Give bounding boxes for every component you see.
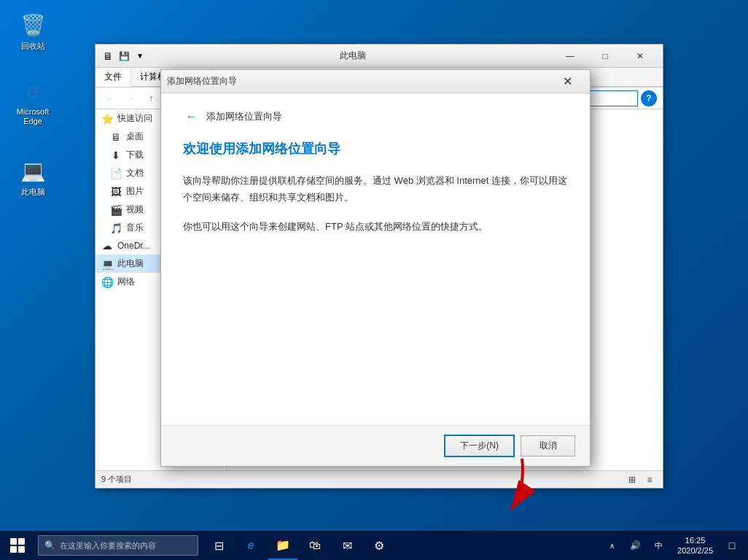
- taskbar-edge[interactable]: e: [236, 531, 265, 560]
- taskbar-task-view[interactable]: ⊟: [204, 531, 233, 560]
- onedrive-icon: ☁: [101, 240, 113, 252]
- dialog-title: 添加网络位置向导: [167, 75, 550, 88]
- notification-button[interactable]: □: [722, 531, 742, 560]
- edge-icon: e: [18, 76, 47, 105]
- network-icon: 🌐: [101, 276, 113, 288]
- next-button[interactable]: 下一步(N): [444, 435, 515, 457]
- desktop-icon-edge[interactable]: e MicrosoftEdge: [7, 73, 58, 129]
- clock-date: 2020/2/25: [677, 545, 713, 556]
- tray-chevron[interactable]: ∧: [601, 531, 622, 560]
- music-label: 音乐: [126, 222, 144, 234]
- taskbar-icons: ⊟ e 📁 🛍 ✉ ⚙: [204, 531, 394, 560]
- taskbar-settings[interactable]: ⚙: [365, 531, 394, 560]
- status-bar: 9 个项目 ⊞ ≡: [96, 470, 663, 488]
- search-icon: 🔍: [44, 540, 55, 551]
- close-button[interactable]: ✕: [623, 44, 657, 68]
- view-grid-button[interactable]: ⊞: [625, 473, 639, 486]
- help-button[interactable]: ?: [641, 90, 657, 106]
- forward-button[interactable]: →: [122, 90, 139, 107]
- taskbar-mail[interactable]: ✉: [332, 531, 362, 560]
- taskbar-search-box[interactable]: 🔍 在这里输入你要搜索的内容: [38, 535, 198, 556]
- dialog-close-button[interactable]: ✕: [550, 70, 584, 93]
- dialog-title-bar: 添加网络位置向导 ✕: [161, 70, 590, 93]
- view-list-button[interactable]: ≡: [642, 473, 657, 486]
- clock-time: 16:25: [685, 535, 706, 545]
- pictures-icon: 🖼: [110, 186, 122, 198]
- onedrive-label: OneDr...: [117, 241, 150, 251]
- title-controls: — □ ✕: [553, 44, 657, 68]
- tray-volume[interactable]: 🔊: [625, 531, 645, 560]
- search-placeholder: 在这里输入你要搜索的内容: [60, 540, 156, 551]
- taskbar-store[interactable]: 🛍: [300, 531, 330, 560]
- dialog-content: ← 添加网络位置向导 欢迎使用添加网络位置向导 该向导帮助你注册提供联机存储空间…: [161, 93, 590, 425]
- dialog-footer: 下一步(N) 取消: [161, 425, 590, 466]
- documents-icon: 📄: [110, 168, 122, 179]
- this-pc-sidebar-label: 此电脑: [117, 257, 144, 270]
- dialog-nav: ← 添加网络位置向导: [183, 108, 568, 125]
- status-text: 9 个项目: [101, 474, 132, 485]
- music-icon: 🎵: [110, 222, 122, 234]
- explorer-title: 此电脑: [152, 50, 553, 62]
- back-button[interactable]: ←: [101, 90, 119, 107]
- desktop-icon-recycle-bin[interactable]: 🗑️ 回收站: [7, 7, 58, 54]
- start-button[interactable]: [0, 531, 35, 560]
- videos-icon: 🎬: [110, 204, 122, 216]
- tray-language[interactable]: 中: [648, 531, 669, 560]
- dialog-main-title: 欢迎使用添加网络位置向导: [183, 140, 568, 158]
- tray-clock[interactable]: 16:25 2020/2/25: [671, 531, 719, 560]
- downloads-icon: ⬇: [110, 149, 122, 161]
- save-icon: 💾: [117, 50, 130, 63]
- desktop-label: 桌面: [126, 131, 144, 143]
- up-button[interactable]: ↑: [142, 90, 160, 107]
- pictures-label: 图片: [126, 185, 144, 198]
- downloads-label: 下载: [126, 149, 144, 161]
- cancel-button[interactable]: 取消: [521, 435, 575, 456]
- this-pc-icon-sidebar: 💻: [101, 258, 113, 270]
- dialog-body-text-1: 该向导帮助你注册提供联机存储空间的服务。通过 Web 浏览器和 Internet…: [183, 172, 568, 206]
- network-label: 网络: [117, 276, 135, 288]
- edge-label: MicrosoftEdge: [17, 107, 50, 126]
- videos-label: 视频: [126, 203, 144, 216]
- taskbar: 🔍 在这里输入你要搜索的内容 ⊟ e 📁 🛍 ✉ ⚙ ∧ 🔊 中 16:25 2…: [0, 531, 748, 560]
- quick-access-label: 快速访问: [117, 112, 152, 125]
- maximize-button[interactable]: □: [588, 44, 622, 68]
- folder-icon: 🖥: [101, 50, 114, 63]
- this-pc-label: 此电脑: [21, 187, 45, 197]
- quick-access-icon: ⭐: [101, 113, 113, 125]
- desktop-icon-this-pc[interactable]: 💻 此电脑: [7, 153, 58, 200]
- this-pc-icon: 💻: [18, 156, 47, 185]
- dialog-back-button[interactable]: ←: [183, 108, 200, 125]
- view-buttons: ⊞ ≡: [625, 473, 657, 486]
- windows-logo: [10, 538, 25, 553]
- recycle-bin-icon: 🗑️: [18, 10, 47, 39]
- tab-file[interactable]: 文件: [96, 68, 131, 87]
- system-tray: ∧ 🔊 中 16:25 2020/2/25 □: [601, 531, 748, 560]
- minimize-button[interactable]: —: [553, 44, 587, 68]
- add-network-location-dialog: 添加网络位置向导 ✕ ← 添加网络位置向导 欢迎使用添加网络位置向导 该向导帮助…: [160, 69, 591, 467]
- dropdown-icon: ▼: [133, 50, 147, 63]
- documents-label: 文档: [126, 167, 144, 179]
- desktop-icon-sidebar: 🖥: [110, 131, 122, 143]
- title-bar-icons: 🖥 💾 ▼: [101, 50, 147, 63]
- explorer-title-bar: 🖥 💾 ▼ 此电脑 — □ ✕: [96, 44, 663, 68]
- dialog-step-title: 添加网络位置向导: [206, 110, 282, 123]
- recycle-bin-label: 回收站: [21, 42, 45, 51]
- dialog-body-text-2: 你也可以用这个向导来创建网站、FTP 站点或其他网络位置的快捷方式。: [183, 218, 568, 235]
- taskbar-explorer[interactable]: 📁: [268, 531, 297, 560]
